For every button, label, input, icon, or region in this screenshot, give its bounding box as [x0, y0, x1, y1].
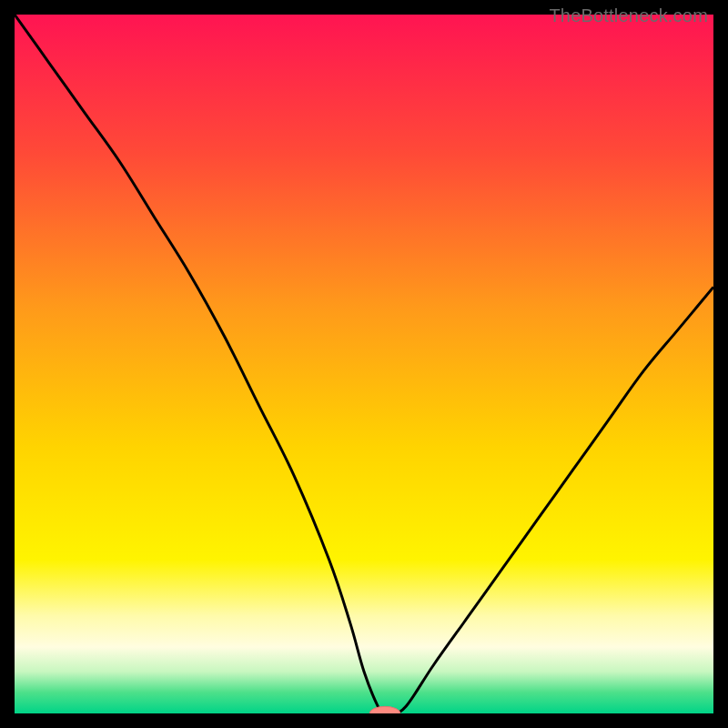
chart-frame: TheBottleneck.com [0, 0, 728, 728]
gradient-background [15, 15, 713, 713]
bottleneck-chart [15, 15, 713, 713]
plot-area [15, 15, 713, 713]
watermark-label: TheBottleneck.com [549, 5, 708, 26]
